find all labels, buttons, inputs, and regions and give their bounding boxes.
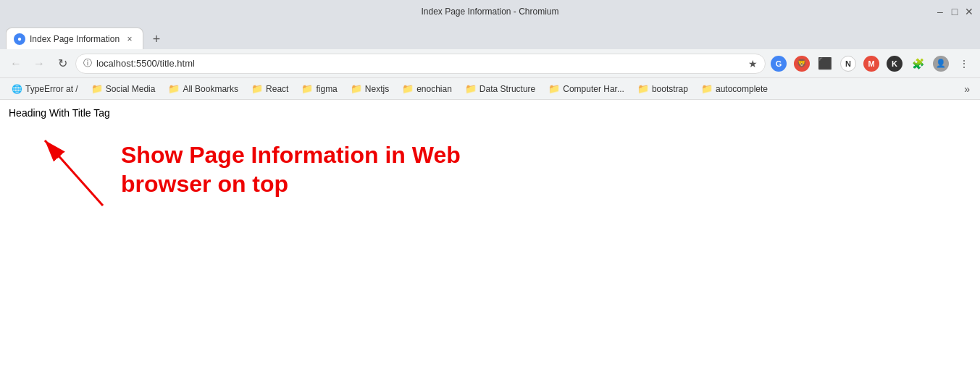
forward-button[interactable]: → [29, 54, 49, 74]
user-profile-icon[interactable]: 👤 [931, 54, 951, 74]
bookmark-item-social[interactable]: 📁 Social Media [85, 81, 162, 96]
bookmark-label: Social Media [106, 84, 156, 94]
bookmark-folder-icon: 📁 [402, 83, 414, 94]
address-lock-icon: ⓘ [83, 57, 92, 69]
title-bar-controls: – □ ✕ [935, 7, 974, 17]
google-icon[interactable]: G [768, 54, 789, 74]
annotation-line2: browser on top [121, 169, 971, 198]
extensions-puzzle-icon[interactable]: 🧩 [908, 54, 928, 74]
m-colored-icon: M [863, 56, 879, 72]
bookmark-label: enochian [416, 84, 452, 94]
close-btn[interactable]: ✕ [964, 7, 974, 17]
notion-icon[interactable]: N [838, 54, 858, 74]
bookmark-label: React [266, 84, 288, 94]
bookmark-item-react[interactable]: 📁 React [246, 81, 294, 96]
bookmark-folder-icon: 📁 [548, 83, 560, 94]
user-colored-icon: 👤 [933, 56, 949, 72]
address-text: localhost:5500/title.html [96, 58, 744, 69]
active-tab[interactable]: ● Index Page Information × [6, 28, 143, 49]
bookmark-folder-icon: 📁 [351, 83, 362, 94]
bookmark-item-computer[interactable]: 📁 Computer Har... [543, 81, 630, 96]
title-bar: Index Page Information - Chromium – □ ✕ [0, 0, 980, 23]
new-tab-button[interactable]: + [146, 29, 167, 49]
svg-line-1 [45, 140, 103, 206]
k-icon[interactable]: K [884, 54, 905, 74]
s-colored-icon: 🦁 [794, 56, 810, 72]
bookmark-item-error[interactable]: 🌐 TypeError at / [6, 82, 84, 96]
bookmark-folder-icon: 📁 [168, 83, 180, 94]
bookmark-label: Nextjs [365, 84, 389, 94]
minimize-btn[interactable]: – [935, 7, 945, 17]
extension-icon[interactable]: ⬛ [815, 54, 835, 74]
bookmark-item-nextjs[interactable]: 📁 Nextjs [345, 81, 395, 96]
bookmark-folder-icon: 📁 [251, 83, 263, 94]
bookmark-item-bootstrap[interactable]: 📁 bootstrap [632, 81, 694, 96]
bookmark-label: autocomplete [716, 84, 768, 94]
title-bar-text: Index Page Information - Chromium [421, 7, 558, 17]
bookmark-label: Data Structure [479, 84, 535, 94]
notion-colored-icon: N [840, 56, 856, 72]
maximize-btn[interactable]: □ [950, 7, 960, 17]
bookmark-item-figma[interactable]: 📁 figma [296, 81, 343, 96]
page-content: Heading With Title Tag Show Page Informa… [0, 100, 980, 375]
bookmark-label: bootstrap [652, 84, 688, 94]
address-bar[interactable]: ⓘ localhost:5500/title.html ★ [75, 54, 766, 74]
bookmark-folder-icon: 📁 [637, 83, 649, 94]
annotation-line1: Show Page Information in Web [121, 140, 971, 169]
bookmarks-bar: 🌐 TypeError at / 📁 Social Media 📁 All Bo… [0, 78, 980, 100]
m-icon[interactable]: M [861, 54, 881, 74]
arrow-svg [30, 126, 175, 213]
browser-menu-icon[interactable]: ⋮ [954, 54, 974, 74]
back-button[interactable]: ← [6, 54, 26, 74]
bookmark-globe-icon: 🌐 [12, 84, 22, 94]
bookmark-folder-icon: 📁 [91, 83, 103, 94]
bookmark-item-data[interactable]: 📁 Data Structure [459, 81, 541, 96]
g-colored-icon: G [771, 56, 787, 72]
bookmark-star-icon[interactable]: ★ [748, 58, 758, 69]
bookmark-folder-icon: 📁 [301, 83, 313, 94]
tab-bar: ● Index Page Information × + [0, 23, 980, 49]
bookmark-item-all[interactable]: 📁 All Bookmarks [162, 81, 244, 96]
k-colored-icon: K [887, 56, 902, 72]
tab-favicon: ● [14, 33, 25, 45]
tab-title: Index Page Information [30, 34, 120, 44]
bookmark-label: figma [316, 84, 337, 94]
bookmark-label: TypeError at / [25, 84, 78, 94]
page-heading: Heading With Title Tag [9, 107, 971, 119]
bookmark-folder-icon: 📁 [701, 83, 713, 94]
bookmark-item-autocomplete[interactable]: 📁 autocomplete [695, 81, 774, 96]
reload-button[interactable]: ↻ [52, 54, 72, 74]
annotation-area: Show Page Information in Web browser on … [9, 140, 971, 198]
annotation-text-block: Show Page Information in Web browser on … [121, 140, 971, 198]
bookmark-folder-icon: 📁 [465, 83, 477, 94]
nav-right-icons: G 🦁 ⬛ N M K 🧩 👤 ⋮ [768, 54, 974, 74]
bookmark-item-enochian[interactable]: 📁 enochian [396, 81, 458, 96]
nav-bar: ← → ↻ ⓘ localhost:5500/title.html ★ G 🦁 … [0, 49, 980, 78]
bookmark-label: Computer Har... [563, 84, 624, 94]
bookmark-label: All Bookmarks [183, 84, 238, 94]
bookmarks-more-button[interactable]: » [960, 81, 974, 97]
tab-close-btn[interactable]: × [124, 33, 135, 45]
brave-icon[interactable]: 🦁 [792, 54, 812, 74]
